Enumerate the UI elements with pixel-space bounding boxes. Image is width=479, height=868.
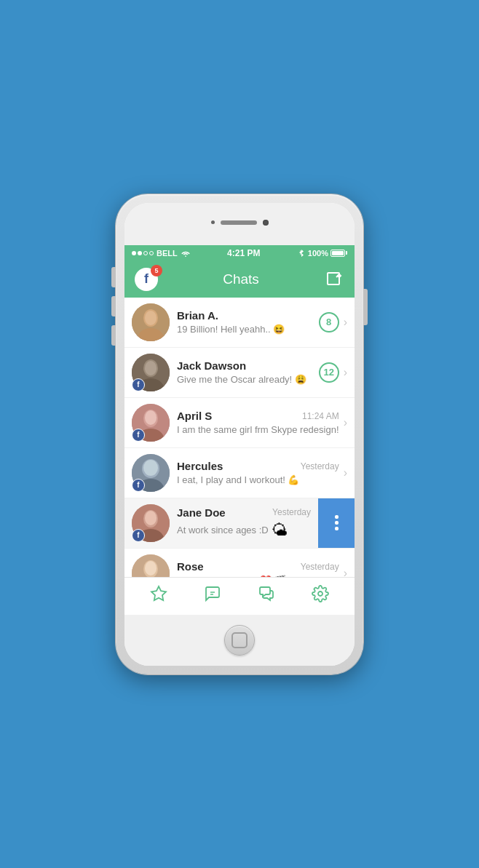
chat-item-jane[interactable]: f Jane Doe Yesterday At work since ages … xyxy=(124,498,318,548)
nav-messages[interactable] xyxy=(186,578,239,615)
chevron-april: › xyxy=(344,416,347,429)
chat-content-rose: Rose Yesterday Jack, Come back!!! 💔 🎬 xyxy=(177,560,339,577)
fb-badge-jane: f xyxy=(132,529,145,542)
chat-header-rose: Rose Yesterday xyxy=(177,560,339,573)
chat-name-brian: Brian A. xyxy=(177,309,218,322)
avatar-wrap-jane: f xyxy=(132,504,170,542)
chevron-brian: › xyxy=(344,316,347,329)
chat-name-jane: Jane Doe xyxy=(177,506,226,519)
top-bezel xyxy=(124,203,355,245)
chat-content-brian: Brian A. 19 Billion! Hell yeahh.. 😆 xyxy=(177,309,314,335)
status-right: 100% xyxy=(297,249,347,258)
chat-header-jack: Jack Dawson xyxy=(177,359,314,372)
home-button[interactable] xyxy=(224,625,255,656)
chevron-rose: › xyxy=(344,567,347,577)
svg-rect-1 xyxy=(328,273,339,284)
chat-preview-hercules: I eat, I play and I workout! 💪 xyxy=(177,474,339,485)
star-icon xyxy=(150,585,167,602)
chat-list: Brian A. 19 Billion! Hell yeahh.. 😆 8 › xyxy=(124,298,355,577)
chats-icon xyxy=(258,585,275,607)
unread-badge-jack: 12 xyxy=(319,362,339,383)
chat-item-april[interactable]: f April S 11:24 AM I am the same girl fr… xyxy=(124,398,355,448)
svg-marker-34 xyxy=(151,586,166,600)
compose-icon-svg xyxy=(325,271,343,288)
svg-point-9 xyxy=(145,361,157,375)
chat-header-hercules: Hercules Yesterday xyxy=(177,460,339,472)
chat-content-jane: Jane Doe Yesterday At work since ages :D… xyxy=(177,506,311,540)
swipe-bar-1 xyxy=(335,515,339,519)
camera-row xyxy=(211,220,269,226)
nav-favorites[interactable] xyxy=(132,578,186,615)
svg-point-13 xyxy=(145,410,157,425)
front-camera xyxy=(263,220,269,226)
status-time: 4:21 PM xyxy=(227,248,260,258)
signal-dots xyxy=(132,251,154,255)
chat-time-hercules: Yesterday xyxy=(301,461,339,471)
chat-name-jack: Jack Dawson xyxy=(177,359,246,372)
compose-button[interactable] xyxy=(324,269,344,290)
fb-badge-hercules: f xyxy=(132,479,145,492)
phone-frame: BELL 4:21 PM 100% xyxy=(116,194,363,674)
chat-right-april: › xyxy=(344,416,347,429)
fb-badge: 5 xyxy=(151,265,162,276)
status-left: BELL xyxy=(132,249,191,258)
chat-header-brian: Brian A. xyxy=(177,309,314,322)
signal-dot-1 xyxy=(132,251,136,255)
chat-header-april: April S 11:24 AM xyxy=(177,410,339,422)
nav-settings[interactable] xyxy=(293,578,347,615)
header-title: Chats xyxy=(223,271,259,287)
chat-item-rose[interactable]: f Rose Yesterday Jack, Come back!!! 💔 🎬 … xyxy=(124,549,355,577)
chat-item-hercules[interactable]: f Hercules Yesterday I eat, I play and I… xyxy=(124,448,355,498)
chat-name-april: April S xyxy=(177,410,212,422)
signal-dot-3 xyxy=(143,251,148,255)
battery-percent: 100% xyxy=(308,249,328,258)
chats-bubble-icon xyxy=(258,585,275,602)
earpiece-dot xyxy=(211,220,215,224)
nav-chats[interactable] xyxy=(239,578,293,615)
avatar-brian xyxy=(132,303,170,341)
avatar-wrap-brian xyxy=(132,303,170,341)
carrier-label: BELL xyxy=(157,249,178,258)
chat-preview-april: I am the same girl frm Skype redesign! xyxy=(177,424,339,435)
status-bar: BELL 4:21 PM 100% xyxy=(124,245,355,261)
signal-dot-2 xyxy=(138,251,142,255)
settings-icon xyxy=(312,585,329,607)
svg-point-17 xyxy=(143,460,158,476)
chat-right-hercules: › xyxy=(344,466,347,479)
swipe-bar-2 xyxy=(335,521,339,525)
chat-item-brian[interactable]: Brian A. 19 Billion! Hell yeahh.. 😆 8 › xyxy=(124,298,355,348)
swipe-action-jane[interactable] xyxy=(318,498,355,548)
swipe-bars xyxy=(335,515,339,530)
home-button-inner xyxy=(231,632,248,648)
messages-icon xyxy=(204,585,221,607)
favorites-icon xyxy=(150,585,167,607)
chat-name-rose: Rose xyxy=(177,560,204,573)
svg-point-0 xyxy=(185,255,186,257)
bluetooth-icon xyxy=(297,249,306,258)
bubble-icon xyxy=(204,585,221,602)
gear-icon xyxy=(312,585,329,602)
chat-time-april: 11:24 AM xyxy=(302,411,339,421)
fb-badge-jack: f xyxy=(132,378,145,391)
app-header: f 5 Chats xyxy=(124,261,355,298)
battery-icon xyxy=(330,250,347,257)
chat-preview-brian: 19 Billion! Hell yeahh.. 😆 xyxy=(177,324,314,335)
chat-preview-jane: At work since ages :D xyxy=(177,525,269,535)
chat-item-jack[interactable]: f Jack Dawson Give me the Oscar already!… xyxy=(124,348,355,398)
svg-point-5 xyxy=(145,311,157,325)
chat-preview-rose: Jack, Come back!!! 💔 🎬 xyxy=(177,575,339,577)
unread-badge-brian: 8 xyxy=(319,312,339,333)
header-left: f 5 xyxy=(135,268,158,291)
chevron-jack: › xyxy=(344,366,347,379)
signal-dot-4 xyxy=(149,251,154,255)
speaker xyxy=(221,220,257,225)
svg-point-25 xyxy=(145,561,157,576)
chat-right-brian: 8 › xyxy=(319,312,347,333)
chat-item-jane-container[interactable]: f Jane Doe Yesterday At work since ages … xyxy=(124,498,355,549)
wifi-icon xyxy=(181,250,191,257)
bottom-bezel xyxy=(124,615,355,666)
chat-header-jane: Jane Doe Yesterday xyxy=(177,506,311,519)
chat-content-april: April S 11:24 AM I am the same girl frm … xyxy=(177,410,339,435)
svg-point-37 xyxy=(318,592,322,596)
chat-time-rose: Yesterday xyxy=(301,562,339,572)
